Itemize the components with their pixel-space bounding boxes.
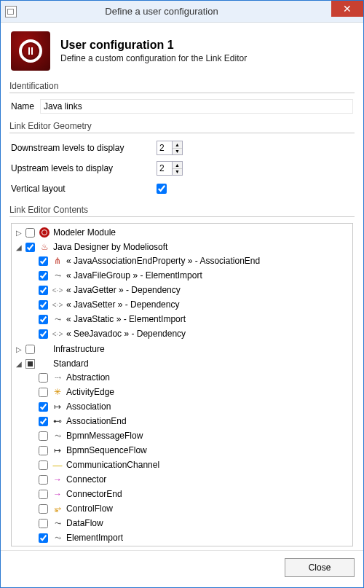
downstream-spinner[interactable]: ▲ ▼	[157, 141, 183, 155]
tree-node[interactable]: ▷⤏ElementRealization	[28, 546, 351, 546]
abstraction-icon: ⤏	[52, 372, 63, 383]
tree-checkbox[interactable]	[39, 504, 48, 514]
code-arrow-icon: <·>	[52, 328, 63, 340]
tree-node[interactable]: ▷⋔« JavaAssociationEndProperty » - Assoc…	[28, 254, 351, 267]
tree-node[interactable]: ▷<·>« JavaSetter » - Dependency	[28, 298, 351, 311]
divider	[9, 93, 355, 93]
window-system-icon	[5, 6, 17, 17]
tree-node[interactable]: ▷→Connector	[28, 473, 351, 486]
window-close-button[interactable]: ✕	[331, 1, 363, 17]
downstream-input[interactable]	[157, 141, 173, 155]
collapse-icon[interactable]: ◢	[15, 243, 23, 251]
tree-label: Connector	[66, 474, 106, 485]
tree-checkbox[interactable]	[39, 315, 48, 324]
tree-label: « SeeJavadoc » - Dependency	[66, 329, 186, 339]
tree-node[interactable]: ▷<·>« SeeJavadoc » - Dependency	[28, 327, 351, 340]
tree-node[interactable]: ▷✳ActivityEdge	[28, 385, 351, 399]
tree-checkbox[interactable]	[39, 417, 48, 426]
upstream-input[interactable]	[157, 161, 173, 176]
tree-checkbox[interactable]	[39, 460, 48, 470]
association-icon: ↦	[52, 401, 63, 412]
tree-node[interactable]: ▷⤳« JavaStatic » - ElementImport	[28, 313, 351, 326]
tree-label: Association	[66, 401, 111, 412]
tree-checkbox[interactable]	[39, 519, 48, 528]
downstream-up-button[interactable]: ▲	[173, 141, 182, 149]
downstream-down-button[interactable]: ▼	[173, 149, 182, 155]
tree-node[interactable]: ▷⤏Abstraction	[28, 371, 351, 384]
tree-node-standard[interactable]: ◢ Standard	[15, 357, 351, 370]
contents-tree[interactable]: ▷ Modeler Module ◢ ♨ Java Designer by M	[11, 223, 353, 546]
tree-node[interactable]: ▷→ConnectorEnd	[28, 487, 351, 501]
tree-checkbox[interactable]	[39, 388, 48, 397]
tree-checkbox-indeterminate[interactable]	[25, 359, 35, 369]
tree-label: « JavaStatic » - ElementImport	[66, 314, 186, 324]
divider	[9, 216, 355, 217]
tree-checkbox[interactable]	[39, 329, 48, 339]
connector-icon: →	[52, 488, 63, 500]
tree-node-java-designer[interactable]: ◢ ♨ Java Designer by Modeliosoft	[15, 240, 351, 254]
tree-label: CommunicationChannel	[66, 460, 159, 470]
close-button[interactable]: Close	[285, 558, 355, 577]
vertical-layout-label: Vertical layout	[11, 184, 157, 194]
tree-label: Infrastructure	[52, 344, 105, 354]
dataflow-icon: ⤳	[52, 517, 63, 529]
tree-checkbox[interactable]	[25, 345, 35, 354]
upstream-spinner[interactable]: ▲ ▼	[157, 161, 183, 176]
tree-checkbox[interactable]	[25, 228, 35, 238]
upstream-down-button[interactable]: ▼	[173, 169, 182, 176]
activity-edge-icon: ✳	[52, 386, 63, 398]
tree-label: BpmnMessageFlow	[66, 431, 143, 441]
tree-checkbox[interactable]	[39, 490, 48, 499]
tree-checkbox[interactable]	[39, 533, 48, 543]
tree-checkbox[interactable]	[39, 300, 48, 310]
tree-checkbox[interactable]	[39, 286, 48, 295]
window-title: Define a user configuration	[0, 6, 331, 17]
tree-node[interactable]: ▷—CommunicationChannel	[28, 458, 351, 471]
tree-label: ActivityEdge	[66, 387, 114, 397]
tree-node[interactable]: ▷<·>« JavaGetter » - Dependency	[28, 283, 351, 297]
config-subtitle: Define a custom configuration for the Li…	[60, 53, 247, 63]
config-icon	[11, 31, 50, 71]
tree-checkbox[interactable]	[39, 431, 48, 441]
association-end-icon: ⊷	[52, 415, 63, 427]
tree-node[interactable]: ▷⤳« JavaFileGroup » - ElementImport	[28, 269, 351, 282]
titlebar: Define a user configuration ✕	[1, 1, 363, 23]
tree-checkbox[interactable]	[39, 475, 48, 485]
tree-checkbox[interactable]	[39, 271, 48, 281]
tree-label: ControlFlow	[66, 503, 113, 514]
tree-node[interactable]: ▷⤳ElementImport	[28, 531, 351, 544]
tree-node-infrastructure[interactable]: ▷ Infrastructure	[15, 342, 351, 356]
blank-icon	[39, 343, 50, 355]
identification-group-label: Identification	[9, 81, 355, 91]
tree-node[interactable]: ▷⤳BpmnMessageFlow	[28, 429, 351, 442]
tree-node[interactable]: ▷⥵ControlFlow	[28, 502, 351, 515]
tree-node[interactable]: ▷↦BpmnSequenceFlow	[28, 444, 351, 457]
java-icon: ♨	[39, 241, 50, 253]
tree-label: « JavaSetter » - Dependency	[66, 299, 179, 310]
vertical-layout-checkbox[interactable]	[157, 184, 167, 194]
tree-node-modeler[interactable]: ▷ Modeler Module	[15, 226, 351, 239]
stereotype-icon: ⋔	[52, 255, 63, 267]
tree-checkbox[interactable]	[39, 256, 48, 266]
expand-icon[interactable]: ▷	[15, 228, 23, 237]
dashed-arrow-icon: ⤳	[52, 270, 63, 281]
tree-checkbox[interactable]	[39, 373, 48, 383]
contents-group-label: Link Editor Contents	[9, 205, 355, 215]
tree-checkbox[interactable]	[39, 402, 48, 412]
association-icon: ↦	[52, 444, 63, 456]
tree-label: AssociationEnd	[66, 416, 127, 426]
name-input[interactable]	[40, 99, 353, 114]
blank-icon	[39, 358, 50, 369]
tree-node[interactable]: ▷↦Association	[28, 400, 351, 413]
tree-checkbox[interactable]	[25, 243, 35, 252]
upstream-up-button[interactable]: ▲	[173, 162, 182, 169]
tree-label: Java Designer by Modeliosoft	[52, 242, 167, 252]
connector-icon: →	[52, 474, 63, 485]
tree-node[interactable]: ▷⤳DataFlow	[28, 517, 351, 530]
tree-node[interactable]: ▷⊷AssociationEnd	[28, 415, 351, 428]
expand-icon[interactable]: ▷	[15, 345, 23, 353]
tree-checkbox[interactable]	[39, 446, 48, 455]
code-arrow-icon: <·>	[52, 299, 63, 310]
collapse-icon[interactable]: ◢	[15, 359, 23, 368]
tree-label: DataFlow	[66, 518, 103, 528]
